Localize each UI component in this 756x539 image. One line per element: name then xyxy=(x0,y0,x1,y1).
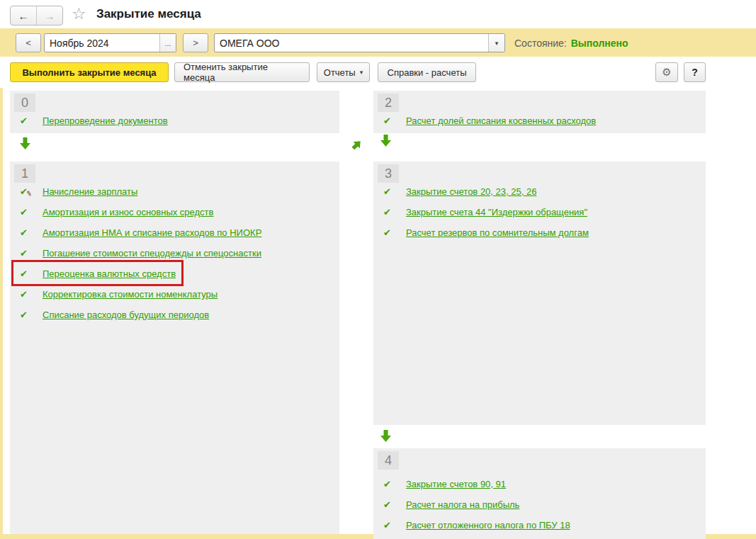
check-icon: ✔ xyxy=(20,248,35,259)
task-link-close-accounts-90-91[interactable]: Закрытие счетов 90, 91 xyxy=(406,479,506,489)
task-item: ✔ Корректировка стоимости номенклатуры xyxy=(10,284,339,305)
previous-period-button[interactable]: < xyxy=(16,33,41,52)
stage-number-badge: 3 xyxy=(378,164,399,183)
settings-button[interactable]: ⚙ xyxy=(655,62,678,82)
back-button[interactable]: ← xyxy=(11,6,37,25)
task-link-income-tax-calculation[interactable]: Расчет налога на прибыль xyxy=(406,499,519,510)
stage-1-block: 1 ✔✎ Начисление зарплаты ✔ Амортизация и… xyxy=(10,161,339,534)
organization-field: ОМЕГА ООО ▾ xyxy=(214,33,505,52)
task-link-currency-revaluation[interactable]: Переоценка валютных средств xyxy=(43,268,176,279)
task-item: ✔ Закрытие счета 44 "Издержки обращения" xyxy=(373,202,706,222)
check-icon: ✔ xyxy=(20,289,35,300)
check-edited-icon: ✔✎ xyxy=(20,186,35,197)
check-icon: ✔ xyxy=(20,115,35,126)
forward-arrow-icon: → xyxy=(45,10,55,22)
task-link-fixed-assets-depreciation[interactable]: Амортизация и износ основных средств xyxy=(43,207,213,217)
flow-diagonal-arrow-icon xyxy=(350,138,364,152)
check-icon: ✔ xyxy=(383,479,399,489)
stage-0-block: 0 ✔ Перепроведение документов xyxy=(10,91,339,133)
gear-icon: ⚙ xyxy=(662,66,671,79)
stage-number-badge: 4 xyxy=(378,451,399,470)
task-link-item-cost-adjustment[interactable]: Корректировка стоимости номенклатуры xyxy=(43,289,218,300)
task-item: ✔ Перепроведение документов xyxy=(10,110,339,131)
command-bar: Выполнить закрытие месяца Отменить закры… xyxy=(0,57,756,88)
stage-number-badge: 0 xyxy=(14,93,35,112)
period-picker-button[interactable]: ... xyxy=(159,34,176,52)
status-value: Выполнено xyxy=(571,38,628,49)
flow-down-arrow-icon xyxy=(20,137,30,149)
reports-menu-button[interactable]: Отчеты ▾ xyxy=(317,62,370,82)
check-icon: ✔ xyxy=(383,115,399,126)
task-link-intangibles-depreciation[interactable]: Амортизация НМА и списание расходов по Н… xyxy=(43,227,261,238)
task-link-reposting-documents[interactable]: Перепроведение документов xyxy=(43,115,168,126)
status-line: Состояние:Выполнено xyxy=(514,38,628,49)
stage-3-block: 3 ✔ Закрытие счетов 20, 23, 25, 26 ✔ Зак… xyxy=(373,161,706,425)
flow-down-arrow-icon xyxy=(380,430,391,442)
chevron-down-icon: ▾ xyxy=(360,69,363,76)
task-item: ✔ Закрытие счетов 20, 23, 25, 26 xyxy=(373,181,706,202)
check-icon: ✔ xyxy=(383,207,399,217)
check-icon: ✔ xyxy=(383,520,399,531)
task-item: ✔ Расчет резервов по сомнительным долгам xyxy=(373,222,706,243)
run-month-close-button[interactable]: Выполнить закрытие месяца xyxy=(10,62,169,82)
page-title: Закрытие месяца xyxy=(96,7,201,21)
task-item: ✔ Закрытие счетов 90, 91 xyxy=(373,474,706,494)
task-item: ✔ Списание расходов будущих периодов xyxy=(10,305,339,325)
check-icon: ✔ xyxy=(383,499,399,510)
organization-input[interactable]: ОМЕГА ООО xyxy=(215,38,488,49)
window-header: ← → ☆ Закрытие месяца xyxy=(0,0,756,28)
task-item: ✔ Амортизация и износ основных средств xyxy=(10,202,339,222)
next-period-button[interactable]: > xyxy=(183,33,208,52)
check-icon: ✔ xyxy=(20,310,35,320)
nav-history-group: ← → xyxy=(10,6,63,25)
task-link-doubtful-debts-reserves[interactable]: Расчет резервов по сомнительным долгам xyxy=(406,227,589,238)
forward-button[interactable]: → xyxy=(37,6,62,25)
cancel-month-close-button[interactable]: Отменить закрытие месяца xyxy=(174,62,310,82)
stage-2-block: 2 ✔ Расчет долей списания косвенных расх… xyxy=(373,91,706,133)
task-item: ✔✎ Начисление зарплаты xyxy=(10,181,339,202)
organization-dropdown-button[interactable]: ▾ xyxy=(488,34,504,52)
task-item: ✔ Погашение стоимости спецодежды и спецо… xyxy=(10,243,339,263)
task-link-close-account-44[interactable]: Закрытие счета 44 "Издержки обращения" xyxy=(406,207,587,217)
task-item: ✔ Расчет отложенного налога по ПБУ 18 xyxy=(373,515,706,535)
check-icon: ✔ xyxy=(20,268,35,279)
month-close-scheme: 0 ✔ Перепроведение документов 2 ✔ Расчет… xyxy=(0,88,756,534)
check-icon: ✔ xyxy=(20,227,35,238)
task-link-payroll[interactable]: Начисление зарплаты xyxy=(43,186,137,197)
references-calculations-button[interactable]: Справки - расчеты xyxy=(378,62,476,82)
task-link-deferred-tax-pbu18[interactable]: Расчет отложенного налога по ПБУ 18 xyxy=(406,520,570,531)
task-link-deferred-expenses[interactable]: Списание расходов будущих периодов xyxy=(43,310,209,320)
task-item: ✔ Расчет налога на прибыль xyxy=(373,494,706,515)
task-item: ✔ Амортизация НМА и списание расходов по… xyxy=(10,222,339,243)
task-link-close-accounts-20-26[interactable]: Закрытие счетов 20, 23, 25, 26 xyxy=(406,186,536,197)
status-label: Состояние: xyxy=(514,38,567,49)
chevron-down-icon: ▾ xyxy=(495,40,499,47)
task-item: ✔ Расчет долей списания косвенных расход… xyxy=(373,110,706,131)
check-icon: ✔ xyxy=(20,207,35,217)
stage-number-badge: 2 xyxy=(378,93,399,112)
reports-label: Отчеты xyxy=(324,67,356,78)
pencil-icon: ✎ xyxy=(26,189,33,198)
flow-down-arrow-icon xyxy=(380,135,391,147)
help-button[interactable]: ? xyxy=(684,62,706,82)
period-input[interactable]: Ноябрь 2024 xyxy=(45,38,159,49)
check-icon: ✔ xyxy=(383,227,399,238)
stage-number-badge: 1 xyxy=(14,164,35,183)
stage-4-block: 4 ✔ Закрытие счетов 90, 91 ✔ Расчет нало… xyxy=(373,448,706,539)
favorite-star-icon[interactable]: ☆ xyxy=(72,4,86,23)
task-link-workwear-cost[interactable]: Погашение стоимости спецодежды и спецосн… xyxy=(43,248,261,259)
task-link-indirect-expenses-shares[interactable]: Расчет долей списания косвенных расходов xyxy=(406,115,596,126)
check-icon: ✔ xyxy=(383,186,399,197)
task-item-highlighted: ✔ Переоценка валютных средств xyxy=(10,263,339,284)
period-field: Ноябрь 2024 ... xyxy=(44,33,176,52)
back-arrow-icon: ← xyxy=(18,10,29,22)
